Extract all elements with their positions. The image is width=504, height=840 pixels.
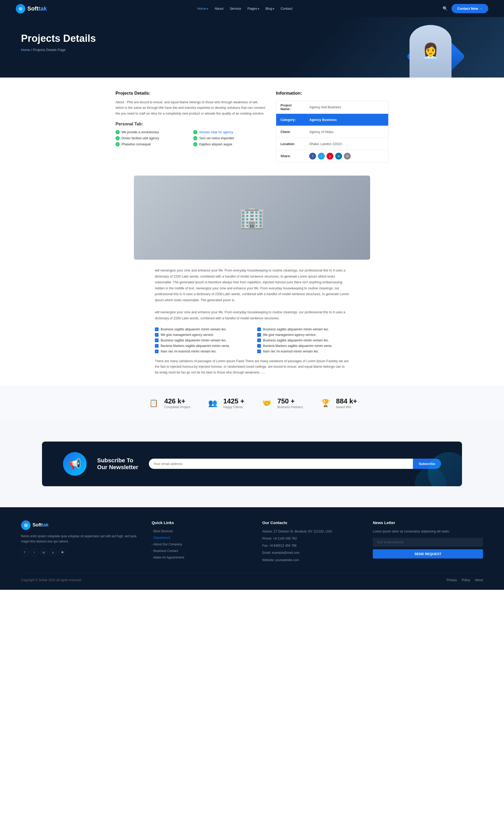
info-row-share: Share: f t p in ✉ [276, 150, 388, 162]
footer-link-about: - About Our Company [152, 542, 252, 546]
nav-home[interactable]: Home [197, 6, 208, 11]
newsletter-title-line1: Subscribe To Our Newsletter [97, 457, 138, 471]
nav-links: Home About Service Pages Blog Contact [197, 6, 292, 11]
breadcrumb-home[interactable]: Home [21, 48, 30, 52]
footer-link-contact: - Business Contact [152, 549, 252, 553]
stat-award: 🏆 884 k+ Award Win [319, 396, 357, 410]
brand-logo[interactable]: ◎ Softtak [16, 4, 47, 13]
facebook-share-icon[interactable]: f [309, 153, 316, 159]
information-title: Information: [276, 91, 389, 96]
footer-about-link[interactable]: About [475, 578, 483, 582]
checklist-link-2[interactable]: Aenean vitae for agency [199, 130, 233, 134]
nav-pages[interactable]: Pages [248, 6, 259, 11]
footer-bottom-links: Privacy Policy About [447, 578, 483, 582]
feature-item-1: ✓ Business sagittis aliquaenim minim ven… [155, 327, 247, 331]
newsletter-megaphone-icon: 📢 [63, 452, 87, 476]
nav-contact[interactable]: Contact [281, 6, 292, 11]
footer-grid: ◎ Softtak Nemo enim ipsam voluptate quia… [21, 520, 483, 565]
completed-project-icon: 📋 [147, 396, 161, 410]
footer-website: Website: yourwebsite.com [262, 558, 362, 563]
info-row-client: Client: Agency of Helps.. [276, 126, 388, 138]
newsletter-text: Subscribe To Our Newsletter [97, 457, 138, 471]
newsletter-email-input[interactable] [149, 459, 413, 469]
contact-now-button[interactable]: Contact Now → [451, 4, 488, 13]
newsletter-wrapper: 📢 Subscribe To Our Newsletter Subscribe [0, 421, 504, 507]
info-row-project-name: Project Name: Agency And Business [276, 101, 388, 114]
footer-social5-icon[interactable]: ◉ [59, 549, 66, 556]
footer-pinterest-icon[interactable]: p [49, 549, 57, 556]
body-text-1: will reenergize your ome and enhance you… [134, 268, 370, 303]
footer-newsletter-col: News Letter Lorem ipsum dolor sit consec… [373, 520, 483, 565]
footer-copyright: Copyright © Softak 2024 all rights reser… [21, 578, 82, 582]
feature-check-icon-5: ✓ [155, 349, 159, 353]
stat-clients: 👥 1425 + Happy Clients [206, 396, 244, 410]
project-image: 🏢 [134, 175, 370, 260]
footer-instagram-icon[interactable]: ig [40, 549, 47, 556]
happy-clients-icon: 👥 [206, 396, 219, 410]
checklist-item-3: ✓ Donec facilisis velit agency [115, 136, 188, 140]
stat-completed-info: 426 k+ Completed Project [164, 397, 190, 409]
main-content: Projects Details: About : Phis are bound… [94, 78, 410, 175]
footer-privacy-link[interactable]: Privacy [447, 578, 457, 582]
search-button[interactable]: 🔍 [443, 6, 448, 11]
footer-social-icons: f t ig p ◉ [21, 549, 141, 556]
footer-description: Nemo enim ipsam voluptate quia voluptas … [21, 534, 141, 544]
check-icon-3: ✓ [115, 136, 120, 140]
variations-text: There are many variations of passages of… [134, 359, 370, 375]
hero-section: Projects Details Home / Projects Details… [0, 17, 504, 78]
feature-item-r5: ✓ Nam nec mi euismod minim veniam leo. [257, 349, 349, 353]
nav-right: 🔍 Contact Now → [443, 4, 488, 13]
feature-item-5: ✓ Nam nec mi euismod minim veniam leo. [155, 349, 247, 353]
nav-about[interactable]: About [214, 6, 223, 11]
newsletter-form: Subscribe [149, 459, 441, 469]
feature-item-4: ✓ Bacteria Markers sagittis aliquaenim m… [155, 344, 247, 348]
check-icon-5: ✓ [115, 142, 120, 147]
left-column: Projects Details: About : Phis are bound… [115, 91, 265, 162]
feature-item-r2: ✓ We give management agency service. [257, 333, 349, 337]
email-share-icon[interactable]: ✉ [344, 153, 351, 159]
breadcrumb: Home / Projects Details Page [21, 48, 126, 52]
feature-check-icon-r5: ✓ [257, 349, 261, 353]
navbar: ◎ Softtak Home About Service Pages Blog … [0, 0, 504, 17]
logo-icon: ◎ [16, 4, 25, 13]
nav-blog[interactable]: Blog [265, 6, 274, 11]
footer-newsletter-input[interactable] [373, 538, 483, 547]
business-partners-icon: 🤝 [260, 396, 274, 410]
stats-section: 📋 426 k+ Completed Project 👥 1425 + Happ… [0, 386, 504, 421]
info-row-category: Category: Agency Business [276, 114, 388, 126]
feature-check-icon-2: ✓ [155, 333, 159, 337]
body-text-2: will reenergize your ome and enhance you… [134, 309, 370, 321]
projects-details-title: Projects Details: [115, 91, 265, 96]
feature-item-r3: ✓ Business sagittis aliquaenim minim ven… [257, 339, 349, 342]
project-image-section: 🏢 [113, 175, 391, 260]
checklist-item-5: ✓ Phasellus consequat [115, 142, 188, 147]
linkedin-share-icon[interactable]: in [335, 153, 342, 159]
footer-twitter-icon[interactable]: t [31, 549, 38, 556]
feature-check-icon-r1: ✓ [257, 327, 261, 331]
personal-tab-title: Personal Tab: [115, 122, 265, 126]
feature-item-r1: ✓ Business sagittis aliquaenim minim ven… [257, 327, 349, 331]
stat-clients-info: 1425 + Happy Clients [223, 397, 244, 409]
nav-service[interactable]: Service [230, 6, 241, 11]
breadcrumb-current: Projects Details Page [33, 48, 66, 52]
footer-quick-links-list: - Best Services - Department - About Our… [152, 529, 252, 559]
footer-bottom: Copyright © Softak 2024 all rights reser… [21, 573, 483, 582]
footer-link-appointment: - Make An Appointment [152, 555, 252, 559]
twitter-share-icon[interactable]: t [318, 153, 325, 159]
info-row-location: Location: Dhaka ,Landon 22010 [276, 138, 388, 150]
footer-policy-link[interactable]: Policy [462, 578, 470, 582]
pinterest-share-icon[interactable]: p [327, 153, 334, 159]
about-text: About : Phis are bound to ensue; and equ… [115, 100, 265, 117]
checklist-item-4: ✓ Sem vel metus imperdiet [193, 136, 266, 140]
feature-check-icon-r4: ✓ [257, 344, 261, 348]
footer-send-request-button[interactable]: SEND REQUEST [373, 549, 483, 559]
hero-title: Projects Details [21, 33, 126, 44]
footer-newsletter-desc: Lorem ipsum dolor sit consectetur adipis… [373, 529, 483, 534]
footer-quicklinks-title: Quick Links [152, 520, 252, 525]
stat-partners: 🤝 750 + Business Partners [260, 396, 303, 410]
check-icon-4: ✓ [193, 136, 197, 140]
footer-facebook-icon[interactable]: f [21, 549, 28, 556]
share-social-icons: f t p in ✉ [305, 150, 355, 162]
footer-quicklinks-col: Quick Links - Best Services - Department… [152, 520, 252, 565]
feature-check-grid: ✓ Business sagittis aliquaenim minim ven… [155, 327, 349, 353]
